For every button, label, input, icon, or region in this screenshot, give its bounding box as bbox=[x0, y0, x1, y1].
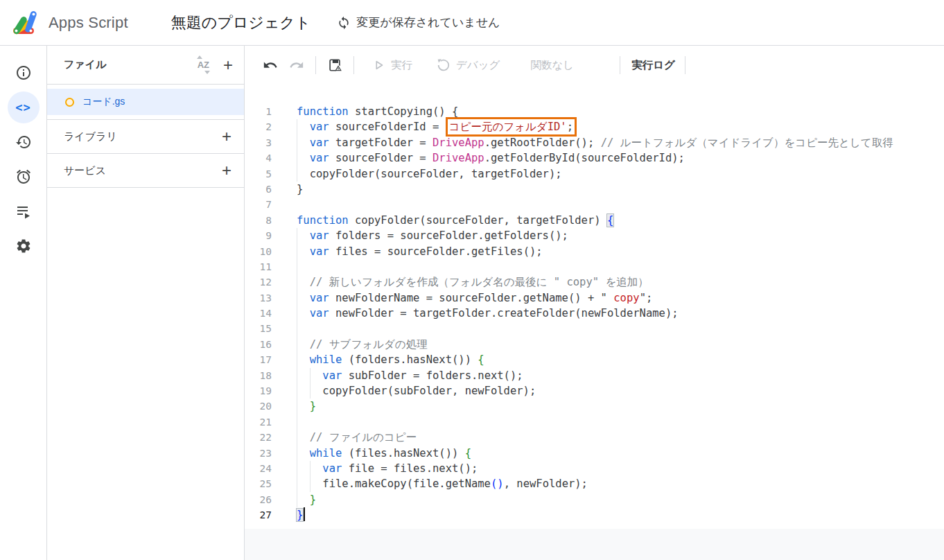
apps-script-logo[interactable] bbox=[10, 8, 40, 38]
history-icon bbox=[15, 134, 32, 150]
line-number[interactable]: 8 bbox=[245, 213, 286, 228]
line-number[interactable]: 14 bbox=[245, 306, 286, 321]
debug-button[interactable]: デバッグ bbox=[433, 55, 502, 76]
line-number[interactable]: 24 bbox=[245, 461, 286, 476]
alarm-clock-icon bbox=[15, 168, 32, 185]
run-play-icon bbox=[371, 58, 386, 73]
code-line[interactable]: 21 bbox=[245, 414, 944, 430]
libraries-section: ライブラリ + bbox=[47, 120, 244, 154]
code-line[interactable]: 10 var files = sourceFolder.getFiles(); bbox=[245, 244, 944, 259]
toolbar-divider bbox=[315, 56, 316, 74]
sync-icon bbox=[337, 16, 351, 30]
line-number[interactable]: 9 bbox=[245, 228, 286, 243]
undo-button[interactable] bbox=[260, 55, 281, 76]
file-item-code-gs[interactable]: コード.gs bbox=[47, 89, 244, 115]
rail-item-editor[interactable]: <> bbox=[8, 91, 40, 123]
code-line[interactable]: 27} bbox=[245, 507, 944, 523]
rail-item-project-history[interactable] bbox=[8, 126, 40, 158]
code-line[interactable]: 23 while (files.hasNext()) { bbox=[245, 446, 944, 461]
execution-log-button[interactable]: 実行ログ bbox=[629, 55, 678, 76]
left-rail: <> bbox=[0, 46, 47, 560]
code-line[interactable]: 4 var sourceFolder = DriveApp.getFolderB… bbox=[245, 150, 944, 166]
add-file-button[interactable]: + bbox=[223, 58, 233, 73]
run-label: 実行 bbox=[391, 58, 412, 73]
line-number[interactable]: 27 bbox=[245, 507, 286, 523]
apps-script-window: Apps Script 無題のプロジェクト 変更が保存されていません <> bbox=[0, 0, 944, 560]
code-line[interactable]: 18 var subFolder = folders.next(); bbox=[245, 368, 944, 383]
line-number[interactable]: 6 bbox=[245, 182, 286, 197]
indent-guide bbox=[297, 414, 297, 430]
sort-az-icon[interactable]: AZ bbox=[196, 57, 211, 73]
code-editor[interactable]: 1function startCopying() {2 var sourceFo… bbox=[245, 85, 944, 560]
line-number[interactable]: 11 bbox=[245, 259, 286, 274]
sort-up-arrow-icon bbox=[197, 55, 202, 59]
code-line[interactable]: 8function copyFolder(sourceFolder, targe… bbox=[245, 213, 944, 228]
services-section: サービス + bbox=[47, 154, 244, 188]
file-item-label: コード.gs bbox=[82, 96, 125, 108]
line-number[interactable]: 2 bbox=[245, 119, 286, 134]
code-line[interactable]: 1function startCopying() { bbox=[245, 104, 944, 119]
save-button[interactable] bbox=[324, 55, 345, 76]
line-number[interactable]: 18 bbox=[245, 368, 286, 383]
line-number[interactable]: 15 bbox=[245, 321, 286, 336]
line-number[interactable]: 21 bbox=[245, 414, 286, 430]
editor-column: 実行 デバッグ 関数なし 実行ログ 1function startCopyi bbox=[244, 46, 944, 560]
rail-item-settings[interactable] bbox=[8, 230, 40, 262]
code-line[interactable]: 24 var file = files.next(); bbox=[245, 461, 944, 476]
line-number[interactable]: 13 bbox=[245, 290, 286, 306]
save-status: 変更が保存されていません bbox=[337, 15, 500, 30]
undo-icon bbox=[263, 58, 278, 73]
code-line[interactable]: 2 var sourceFolderId = コピー元のフォルダID'; bbox=[245, 119, 944, 134]
services-label: サービス bbox=[64, 164, 222, 177]
app-header: Apps Script 無題のプロジェクト 変更が保存されていません bbox=[0, 0, 944, 46]
code-line[interactable]: 13 var newFolderName = sourceFolder.getN… bbox=[245, 290, 944, 306]
code-line[interactable]: 19 copyFolder(subFolder, newFolder); bbox=[245, 383, 944, 399]
line-number[interactable]: 16 bbox=[245, 337, 286, 352]
redo-button[interactable] bbox=[286, 55, 307, 76]
code-line[interactable]: 14 var newFolder = targetFolder.createFo… bbox=[245, 306, 944, 321]
line-number[interactable]: 19 bbox=[245, 383, 286, 399]
code-line[interactable]: 9 var folders = sourceFolder.getFolders(… bbox=[245, 228, 944, 243]
code-line[interactable]: 15 bbox=[245, 321, 944, 336]
add-library-button[interactable]: + bbox=[222, 129, 231, 144]
function-select[interactable]: 関数なし bbox=[530, 58, 574, 73]
code-line[interactable]: 7 bbox=[245, 197, 944, 212]
line-number[interactable]: 10 bbox=[245, 244, 286, 259]
project-title[interactable]: 無題のプロジェクト bbox=[171, 12, 311, 33]
line-number[interactable]: 1 bbox=[245, 104, 286, 119]
execution-log-label: 実行ログ bbox=[631, 58, 675, 73]
line-number[interactable]: 7 bbox=[245, 197, 286, 212]
line-number[interactable]: 23 bbox=[245, 446, 286, 461]
error-highlight-box: コピー元のフォルダID'; bbox=[449, 121, 573, 133]
line-number[interactable]: 25 bbox=[245, 476, 286, 491]
run-button[interactable]: 実行 bbox=[368, 55, 415, 76]
line-number[interactable]: 22 bbox=[245, 430, 286, 445]
line-number[interactable]: 17 bbox=[245, 352, 286, 367]
code-line[interactable]: 20 } bbox=[245, 399, 944, 414]
code-line[interactable]: 16 // サブフォルダの処理 bbox=[245, 337, 944, 352]
line-number[interactable]: 12 bbox=[245, 274, 286, 290]
code-line[interactable]: 3 var targetFolder = DriveApp.getRootFol… bbox=[245, 135, 944, 150]
line-number[interactable]: 3 bbox=[245, 135, 286, 150]
line-number[interactable]: 4 bbox=[245, 150, 286, 166]
indent-guide bbox=[297, 259, 297, 274]
toolbar-divider bbox=[685, 56, 685, 74]
line-number[interactable]: 26 bbox=[245, 492, 286, 507]
code-lines: 1function startCopying() {2 var sourceFo… bbox=[245, 85, 944, 529]
code-line[interactable]: 25 file.makeCopy(file.getName(), newFold… bbox=[245, 476, 944, 491]
code-line[interactable]: 22 // ファイルのコピー bbox=[245, 430, 944, 445]
rail-item-overview[interactable] bbox=[8, 57, 40, 89]
rail-item-triggers[interactable] bbox=[8, 161, 40, 193]
code-line[interactable]: 5 copyFolder(sourceFolder, targetFolder)… bbox=[245, 166, 944, 182]
line-number[interactable]: 5 bbox=[245, 166, 286, 182]
add-service-button[interactable]: + bbox=[222, 163, 231, 178]
sort-down-arrow-icon bbox=[204, 71, 210, 74]
gear-icon bbox=[15, 238, 32, 254]
code-line[interactable]: 26 } bbox=[245, 492, 944, 507]
code-line[interactable]: 6} bbox=[245, 182, 944, 197]
code-line[interactable]: 17 while (folders.hasNext()) { bbox=[245, 352, 944, 367]
code-line[interactable]: 12 // 新しいフォルダを作成（フォルダ名の最後に " copy" を追加） bbox=[245, 274, 944, 290]
code-line[interactable]: 11 bbox=[245, 259, 944, 274]
line-number[interactable]: 20 bbox=[245, 399, 286, 414]
rail-item-executions[interactable] bbox=[8, 195, 40, 227]
